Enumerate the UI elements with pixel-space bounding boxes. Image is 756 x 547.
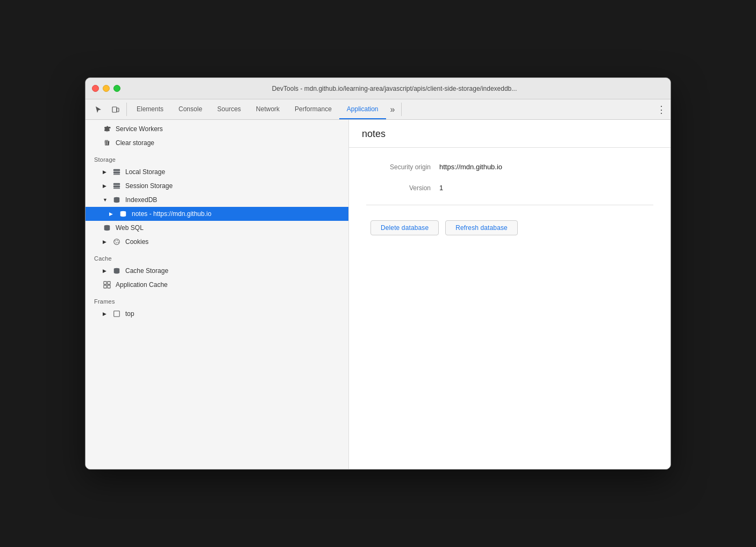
inspect-icon-button[interactable]	[90, 99, 107, 119]
gear-icon	[103, 125, 111, 133]
clear-storage-label: Clear storage	[116, 139, 154, 147]
trash-icon	[103, 139, 111, 147]
right-panel: notes Security origin https://mdn.github…	[349, 120, 671, 469]
sidebar-item-websql[interactable]: Web SQL	[85, 221, 348, 235]
cache-storage-label: Cache Storage	[125, 267, 168, 275]
top-frame-label: top	[125, 310, 134, 318]
close-button[interactable]	[92, 85, 99, 92]
indexeddb-label: IndexedDB	[125, 196, 157, 204]
local-storage-label: Local Storage	[125, 168, 165, 176]
svg-rect-6	[113, 185, 120, 188]
frame-icon	[112, 310, 121, 318]
sidebar-item-cache-storage[interactable]: ▶ Cache Storage	[85, 264, 348, 278]
tab-network[interactable]: Network	[248, 99, 287, 119]
version-value: 1	[439, 184, 443, 192]
tab-console[interactable]: Console	[171, 99, 210, 119]
tab-divider-2	[401, 103, 402, 116]
title-bar: DevTools - mdn.github.io/learning-area/j…	[85, 78, 671, 99]
svg-rect-21	[114, 311, 120, 317]
storage-section-label: Storage	[85, 150, 348, 165]
svg-rect-3	[113, 171, 120, 174]
websql-icon	[103, 224, 111, 232]
svg-rect-19	[104, 285, 106, 288]
panel-title: notes	[362, 128, 658, 140]
svg-point-12	[115, 240, 116, 241]
websql-label: Web SQL	[116, 224, 144, 232]
cache-storage-icon	[112, 267, 121, 275]
svg-rect-5	[113, 183, 120, 185]
minimize-button[interactable]	[103, 85, 110, 92]
cursor-icon	[94, 105, 103, 114]
panel-body: Security origin https://mdn.github.io Ve…	[349, 148, 671, 469]
sidebar: Service Workers Clear storage Storage ▶	[85, 120, 349, 469]
chevron-right-icon-6: ▶	[103, 311, 108, 316]
tab-performance[interactable]: Performance	[287, 99, 339, 119]
chevron-down-icon: ▼	[103, 197, 108, 203]
chevron-right-icon-5: ▶	[103, 268, 108, 274]
chevron-right-icon-4: ▶	[103, 239, 108, 244]
svg-rect-0	[112, 107, 117, 112]
delete-database-button[interactable]: Delete database	[370, 220, 439, 235]
sidebar-item-indexeddb[interactable]: ▼ IndexedDB	[85, 193, 348, 207]
device-toggle-button[interactable]	[107, 99, 124, 119]
sidebar-item-session-storage[interactable]: ▶ Session Storage	[85, 179, 348, 193]
security-origin-row: Security origin https://mdn.github.io	[366, 163, 653, 171]
version-label: Version	[366, 184, 431, 192]
main-content: Service Workers Clear storage Storage ▶	[85, 120, 671, 469]
tab-divider	[126, 103, 127, 116]
chevron-right-icon-3: ▶	[109, 211, 115, 217]
svg-rect-1	[117, 108, 119, 112]
cache-section-label: Cache	[85, 249, 348, 264]
security-origin-label: Security origin	[366, 163, 431, 171]
version-row: Version 1	[366, 184, 653, 192]
sidebar-item-local-storage[interactable]: ▶ Local Storage	[85, 165, 348, 179]
svg-rect-17	[104, 282, 106, 284]
traffic-lights	[92, 85, 120, 92]
tab-application[interactable]: Application	[339, 99, 386, 119]
app-cache-icon	[103, 280, 111, 289]
service-workers-label: Service Workers	[116, 125, 163, 133]
storage-icon	[112, 168, 121, 176]
devtools-menu-button[interactable]: ⋮	[652, 99, 671, 119]
devtools-window: DevTools - mdn.github.io/learning-area/j…	[85, 77, 671, 470]
chevron-right-icon: ▶	[103, 169, 108, 175]
panel-header: notes	[349, 120, 671, 148]
cookies-label: Cookies	[125, 238, 148, 246]
notes-db-icon	[119, 210, 127, 218]
devtools-tab-bar: Elements Console Sources Network Perform…	[85, 99, 671, 120]
sidebar-item-service-workers[interactable]: Service Workers	[85, 122, 348, 136]
svg-rect-20	[108, 285, 110, 288]
window-title: DevTools - mdn.github.io/learning-area/j…	[125, 85, 664, 92]
svg-rect-7	[113, 188, 120, 189]
sidebar-item-notes-db[interactable]: ▶ notes - https://mdn.github.io	[85, 207, 348, 221]
session-storage-label: Session Storage	[125, 182, 173, 190]
tab-sources[interactable]: Sources	[210, 99, 248, 119]
svg-rect-18	[108, 282, 110, 284]
svg-point-11	[114, 239, 120, 245]
sidebar-item-top[interactable]: ▶ top	[85, 307, 348, 321]
sidebar-item-clear-storage[interactable]: Clear storage	[85, 136, 348, 150]
app-cache-label: Application Cache	[116, 281, 168, 289]
svg-point-13	[117, 240, 118, 241]
security-origin-value: https://mdn.github.io	[439, 163, 502, 171]
maximize-button[interactable]	[113, 85, 120, 92]
session-storage-icon	[112, 182, 121, 190]
sidebar-item-cookies[interactable]: ▶ Cookies	[85, 235, 348, 249]
svg-rect-4	[113, 174, 120, 175]
refresh-database-button[interactable]: Refresh database	[445, 220, 518, 235]
action-buttons: Delete database Refresh database	[366, 220, 653, 235]
notes-db-label: notes - https://mdn.github.io	[132, 210, 211, 218]
indexeddb-icon	[112, 196, 121, 204]
tab-elements[interactable]: Elements	[129, 99, 171, 119]
svg-point-14	[116, 242, 117, 243]
more-tabs-button[interactable]: »	[386, 99, 400, 119]
sidebar-item-app-cache[interactable]: Application Cache	[85, 278, 348, 292]
frames-section-label: Frames	[85, 292, 348, 307]
svg-rect-2	[113, 169, 120, 171]
cookies-icon	[112, 237, 121, 246]
svg-point-15	[118, 242, 119, 243]
device-icon	[111, 105, 120, 114]
chevron-right-icon-2: ▶	[103, 183, 108, 189]
panel-divider	[366, 205, 653, 205]
